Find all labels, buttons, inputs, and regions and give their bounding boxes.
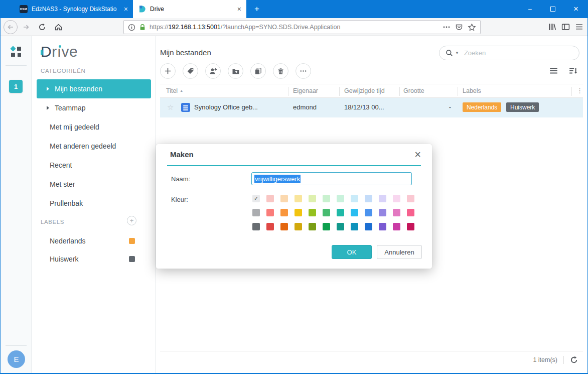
column-header-grootte[interactable]: Grootte [403,87,424,94]
tab-drive[interactable]: Drive × [133,0,246,18]
tab-close-icon[interactable]: × [124,6,128,13]
dialog-close-icon[interactable]: × [414,148,421,161]
color-swatch[interactable] [280,223,288,230]
color-swatch[interactable] [365,195,372,202]
color-swatch[interactable] [337,195,344,202]
color-swatch[interactable] [295,209,302,216]
delete-button[interactable] [273,63,288,79]
color-swatch[interactable] [393,195,400,202]
color-swatch[interactable] [365,209,372,216]
color-swatch[interactable] [266,209,274,216]
color-swatch[interactable] [266,223,274,230]
color-swatch[interactable] [252,223,260,230]
notification-badge[interactable]: 1 [9,80,23,93]
move-button[interactable] [228,63,243,79]
back-button[interactable] [4,20,18,34]
copy-button[interactable] [250,63,266,79]
color-swatch[interactable] [379,209,386,216]
share-button[interactable] [205,63,221,79]
column-header-labels[interactable]: Labels [463,87,481,94]
color-swatch[interactable] [337,223,344,230]
color-swatch[interactable] [323,223,330,230]
expand-arrow-icon[interactable] [47,106,49,110]
tab-dsm[interactable]: DSM EdzNAS3 - Synology DiskStatio × [15,0,133,18]
color-swatch[interactable] [280,209,288,216]
more-actions-button[interactable] [296,63,311,79]
tab-close-icon[interactable]: × [237,6,241,13]
color-swatch[interactable] [379,195,386,202]
window-maximize-button[interactable] [541,0,564,18]
bookmark-star-icon[interactable] [468,23,476,32]
refresh-icon[interactable] [570,356,578,364]
color-swatch[interactable] [407,223,414,230]
sidebar-item-recent[interactable]: Recent [37,156,151,175]
search-icon [446,49,453,57]
star-icon[interactable]: ☆ [167,103,174,112]
user-avatar[interactable]: E [8,350,25,368]
page-info-icon[interactable] [128,24,135,31]
add-label-button[interactable]: + [127,216,136,225]
home-button[interactable] [51,20,66,34]
new-tab-button[interactable]: + [251,4,262,15]
window-close-button[interactable]: × [564,0,587,18]
url-bar[interactable]: https://192.168.1.13:5001/?launchApp=SYN… [123,20,481,34]
color-swatch[interactable] [365,223,372,230]
name-input[interactable]: vrijwilligerswerk [251,172,412,185]
color-swatch[interactable] [280,195,288,202]
reload-button[interactable] [35,20,50,34]
file-label-badge[interactable]: Nederlands [463,102,501,112]
file-label-badge[interactable]: Huiswerk [506,102,539,112]
list-view-icon[interactable] [549,66,558,75]
color-swatch[interactable] [351,223,358,230]
pocket-icon[interactable] [455,23,463,31]
sidebar-item-prullenbak[interactable]: Prullenbak [37,194,151,213]
menu-hamburger-icon[interactable] [575,23,583,31]
secure-lock-icon[interactable] [139,24,146,31]
color-swatch[interactable] [337,209,344,216]
sidebar-label-huiswerk[interactable]: Huiswerk [37,250,151,268]
color-swatch[interactable] [407,195,414,202]
page-actions-icon[interactable] [443,23,451,31]
sort-icon[interactable] [568,66,578,75]
forward-button[interactable] [19,20,34,34]
color-swatch[interactable] [309,223,316,230]
color-swatch[interactable] [379,223,386,230]
color-swatch[interactable] [295,223,302,230]
ok-button[interactable]: OK [332,245,372,259]
color-swatch[interactable] [295,195,302,202]
search-scope-caret-icon[interactable]: ▼ [455,51,459,55]
cancel-button[interactable]: Annuleren [377,245,422,259]
search-box[interactable]: ▼ Zoeken [439,46,579,60]
file-title[interactable]: Synology Office geb... [194,103,258,111]
color-swatch[interactable] [309,195,316,202]
sidebar-label-nederlands[interactable]: Nederlands [37,232,151,250]
column-options-icon[interactable]: ⋮ [576,87,583,94]
window-minimize-button[interactable]: − [518,0,541,18]
sidebar-item-met-mij-gedeeld[interactable]: Met mij gedeeld [37,117,151,137]
label-button[interactable] [183,63,198,79]
column-header-eigenaar[interactable]: Eigenaar [293,87,318,94]
file-row[interactable]: ☆ Synology Office geb... edmond 18/12/13… [160,98,583,117]
color-swatch[interactable] [407,209,414,216]
column-header-titel[interactable]: Titel▲ [166,87,183,94]
color-swatch[interactable] [252,209,260,216]
sidebar-item-teammap[interactable]: Teammap [37,98,151,117]
color-swatch[interactable] [323,195,330,202]
color-swatch[interactable] [309,209,316,216]
create-button[interactable] [160,63,176,79]
library-icon[interactable] [548,23,556,31]
color-swatch[interactable] [393,223,400,230]
color-swatch[interactable] [351,209,358,216]
sidebar-item-met-anderen-gedeeld[interactable]: Met anderen gedeeld [37,137,151,156]
sidebar-toggle-icon[interactable] [561,23,570,31]
apps-grid-icon[interactable] [11,47,21,57]
color-swatch[interactable] [266,195,274,202]
sidebar-item-met-ster[interactable]: Met ster [37,175,151,194]
color-swatch[interactable] [351,195,358,202]
column-header-gewijzigde-tijd[interactable]: Gewijzigde tijd [344,87,385,94]
expand-arrow-icon[interactable] [47,87,49,91]
color-swatch[interactable] [393,209,400,216]
color-swatch-selected[interactable]: ✓ [252,195,260,202]
color-swatch[interactable] [323,209,330,216]
sidebar-item-mijn-bestanden[interactable]: Mijn bestanden [37,79,151,98]
